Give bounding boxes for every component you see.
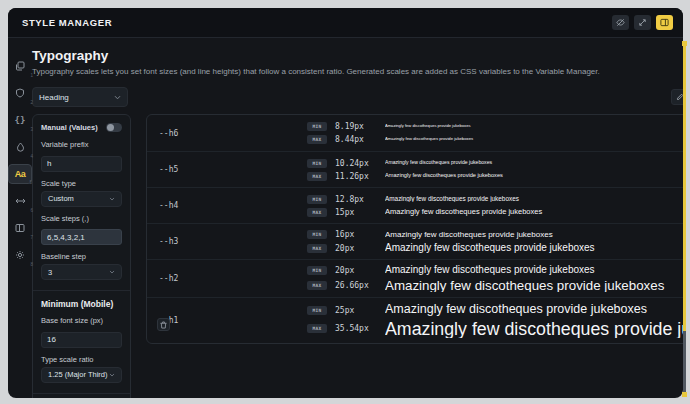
- shortcut-number: 8: [30, 262, 33, 267]
- min-ratio-select[interactable]: 1.25 (Major Third): [41, 367, 122, 383]
- edit-scale-button[interactable]: [671, 89, 683, 105]
- max-badge: MAX: [307, 244, 327, 253]
- max-value: 11.26px: [335, 172, 381, 181]
- sidebar-item-css-variables[interactable]: {} 3: [8, 110, 32, 130]
- pencil-icon: [676, 93, 683, 101]
- chevron-down-icon: [109, 197, 115, 201]
- shortcut-number: 7: [30, 235, 33, 240]
- shortcut-number: 6: [30, 208, 33, 213]
- table-row-h2[interactable]: --h2 MIN 20px Amazingly few discotheques…: [147, 259, 683, 297]
- min-value: 25px: [335, 306, 381, 315]
- min-value: 8.19px: [335, 122, 381, 131]
- preview-text-max: Amazingly few discotheques provide jukeb…: [385, 243, 683, 254]
- min-badge: MIN: [307, 159, 327, 168]
- table-row-h4[interactable]: --h4 MIN 12.8px Amazingly few discothequ…: [147, 187, 683, 223]
- scale-variable-name: --h5: [147, 165, 307, 174]
- chevron-down-icon: [114, 95, 121, 100]
- titlebar: STYLE MANAGER: [8, 8, 683, 38]
- scale-variable-name: --h6: [147, 129, 307, 138]
- min-value: 20px: [335, 266, 381, 275]
- layout-columns-icon: [15, 223, 25, 233]
- scale-collection-value: Heading: [39, 93, 69, 102]
- baseline-step-label: Baseline step: [41, 252, 122, 261]
- scrollbar[interactable]: [683, 42, 686, 397]
- components-icon: [15, 61, 25, 71]
- hide-preview-button[interactable]: [612, 15, 629, 30]
- shortcut-number: 2: [30, 100, 33, 105]
- scale-steps-label: Scale steps (,): [41, 214, 122, 223]
- min-badge: MIN: [307, 230, 327, 239]
- variable-prefix-input[interactable]: [41, 156, 122, 172]
- scale-type-select[interactable]: Custom: [41, 191, 122, 207]
- min-value: 12.8px: [335, 195, 381, 204]
- selection-handle-bottom[interactable]: [682, 392, 687, 397]
- max-value: 26.66px: [335, 281, 381, 290]
- scale-variable-name: --h2: [147, 274, 307, 283]
- droplet-icon: [16, 142, 25, 152]
- scrollbar-thumb[interactable]: [683, 331, 686, 392]
- sidebar-item-colors[interactable]: 4: [8, 137, 32, 157]
- scale-toolbar: [671, 89, 683, 105]
- preview-text-max: Amazingly few discotheques provide jukeb…: [385, 137, 683, 141]
- sidebar-item-typography[interactable]: Aa 5: [8, 164, 32, 184]
- min-ratio-label: Type scale ratio: [41, 355, 122, 364]
- resize-panel-button[interactable]: [634, 15, 651, 30]
- scale-variable-name: --h1: [147, 316, 307, 325]
- scale-collection-select[interactable]: Heading: [32, 87, 128, 107]
- preview-text-min: Amazingly few discotheques provide jukeb…: [385, 124, 683, 128]
- table-row-h6[interactable]: --h6 MIN 8.19px Amazingly few discothequ…: [147, 115, 683, 151]
- sidebar-item-components[interactable]: 1: [8, 56, 32, 76]
- table-row-h3[interactable]: --h3 MIN 16px Amazingly few discotheques…: [147, 223, 683, 259]
- scale-type-value: Custom: [48, 194, 74, 203]
- baseline-step-select[interactable]: 3: [41, 264, 122, 280]
- braces-icon: {}: [15, 115, 26, 125]
- baseline-step-value: 3: [48, 268, 52, 277]
- panel-layout-icon: [660, 18, 669, 27]
- scale-settings-panel: Manual (Values) Variable prefix Scale ty…: [32, 114, 131, 398]
- preview-text-min: Amazingly few discotheques provide jukeb…: [385, 196, 683, 203]
- max-badge: MAX: [307, 172, 327, 181]
- sidebar-item-shield[interactable]: 2: [8, 83, 32, 103]
- preview-text-min: Amazingly few discotheques provide jukeb…: [385, 303, 683, 316]
- delete-row-button[interactable]: [157, 318, 170, 331]
- min-value: 10.24px: [335, 159, 381, 168]
- sidebar-item-spacing[interactable]: 6: [8, 191, 32, 211]
- max-value: 15px: [335, 208, 381, 217]
- min-badge: MIN: [307, 266, 327, 275]
- scale-steps-input[interactable]: [41, 229, 122, 245]
- selection-handle-top[interactable]: [682, 41, 687, 46]
- max-badge: MAX: [307, 135, 327, 144]
- typography-icon: Aa: [15, 169, 26, 179]
- max-badge: MAX: [307, 208, 327, 217]
- sidebar-item-settings[interactable]: 8: [8, 245, 32, 265]
- min-badge: MIN: [307, 122, 327, 131]
- max-value: 20px: [335, 244, 381, 253]
- page-subtitle: Typography scales lets you set font size…: [32, 67, 683, 76]
- min-value: 16px: [335, 230, 381, 239]
- sidebar-item-layout[interactable]: 7: [8, 218, 32, 238]
- diagonal-resize-icon: [638, 18, 647, 27]
- max-badge: MAX: [307, 324, 327, 333]
- preview-text-max: Amazingly few discotheques provide jukeb…: [385, 208, 683, 216]
- preview-text-max: Amazingly few discotheques provide jukeb…: [385, 279, 683, 293]
- shortcut-number: 5: [29, 180, 32, 185]
- manual-values-label: Manual (Values): [41, 123, 98, 132]
- shortcut-number: 3: [30, 127, 33, 132]
- preview-text-max: Amazingly few discotheques provide jukeb…: [385, 320, 683, 339]
- shield-icon: [15, 88, 25, 98]
- max-value: 8.44px: [335, 135, 381, 144]
- scale-type-label: Scale type: [41, 179, 122, 188]
- toggle-panel-button[interactable]: [656, 15, 673, 30]
- preview-text-max: Amazingly few discotheques provide jukeb…: [385, 173, 683, 179]
- min-base-font-input[interactable]: [41, 332, 122, 348]
- trash-icon: [160, 321, 167, 329]
- preview-text-min: Amazingly few discotheques provide jukeb…: [385, 231, 683, 239]
- variable-prefix-label: Variable prefix: [41, 140, 122, 149]
- horizontal-arrows-icon: [15, 197, 26, 205]
- gear-icon: [15, 250, 25, 260]
- manual-values-toggle[interactable]: [106, 123, 122, 132]
- app-title: STYLE MANAGER: [22, 17, 112, 28]
- table-row-h5[interactable]: --h5 MIN 10.24px Amazingly few discotheq…: [147, 151, 683, 187]
- table-row-h1[interactable]: --h1 MIN 25px Amazingly few discotheques…: [147, 297, 683, 343]
- eye-off-icon: [616, 18, 625, 27]
